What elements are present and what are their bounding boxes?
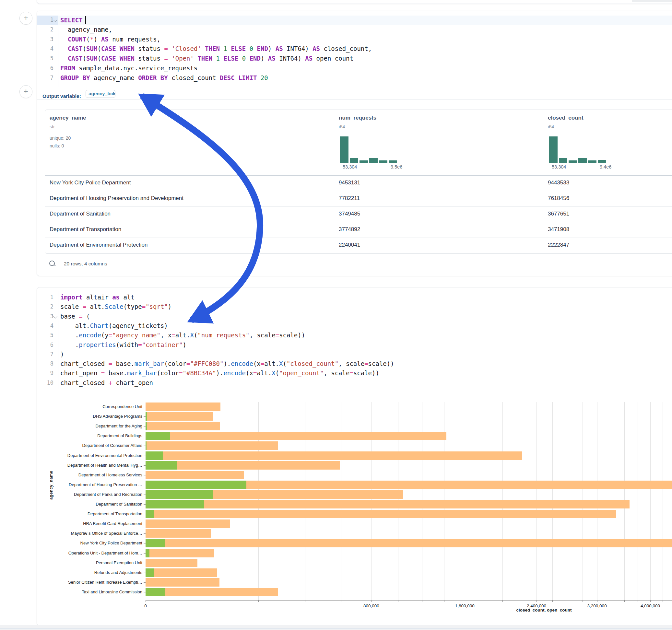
column-header-num_requests[interactable]: num_requests xyxy=(339,115,376,121)
column-type: i64 xyxy=(548,124,554,129)
page-footer-line xyxy=(0,628,672,629)
output-variable-pill[interactable]: agency_tickets xyxy=(86,90,115,98)
x-tick-label: 0 xyxy=(144,603,147,608)
line-number: 5 xyxy=(37,55,58,62)
code-line[interactable]: 1SELECT xyxy=(37,16,672,25)
y-axis-label: Department of Environmental Protection xyxy=(37,453,142,458)
add-cell-button-middle[interactable]: + xyxy=(20,85,32,98)
add-cell-button-top[interactable]: + xyxy=(20,12,32,25)
column-type: str xyxy=(50,124,55,129)
closed-count-bar xyxy=(146,452,522,460)
closed-count-bar xyxy=(146,412,213,421)
column-header-agency_name[interactable]: agency_name xyxy=(50,115,86,121)
gridline xyxy=(663,402,663,600)
code-line[interactable]: 6FROM sample_data.nyc.service_requests xyxy=(37,64,672,74)
y-axis-label: Department of Health and Mental Hyg… xyxy=(37,463,142,468)
open-count-bar xyxy=(146,412,147,421)
open-count-bar xyxy=(146,481,246,489)
result-table: agency_namestrunique: 20nulls: 0num_requ… xyxy=(45,110,672,254)
closed-count-bar xyxy=(146,559,197,567)
table-row[interactable]: Department of Transportation377489234719… xyxy=(45,222,672,238)
y-axis-label: Department of Consumer Affairs xyxy=(37,443,142,448)
row-separator xyxy=(45,238,672,238)
column-meta: nulls: 0 xyxy=(50,143,64,148)
table-row[interactable]: Department of Sanitation37494853677651 xyxy=(45,207,672,222)
open-count-bar xyxy=(146,452,163,460)
y-axis-label: Department of Buildings xyxy=(37,433,142,438)
code-line[interactable]: 3 COUNT(*) AS num_requests, xyxy=(37,35,672,45)
y-axis-label: Personal Exemption Unit xyxy=(37,560,142,565)
y-axis-label: Correspondence Unit xyxy=(37,404,142,409)
y-axis-label: New York City Police Department xyxy=(37,540,142,546)
y-axis-label: Taxi and Limousine Commission xyxy=(37,589,142,595)
closed-count-bar xyxy=(146,403,220,411)
open-count-bar xyxy=(146,510,154,518)
output-variable-label: Output variable: xyxy=(43,93,81,99)
bar-chart: agency_name closed_count, open_count 080… xyxy=(37,287,672,625)
closed-count-bar xyxy=(146,471,244,479)
y-axis-label: Senior Citizen Rent Increase Exempti… xyxy=(37,580,142,585)
y-axis-label: Refunds and Adjustments xyxy=(37,570,142,575)
line-number: 7 xyxy=(37,75,58,81)
table-cell: 2222847 xyxy=(548,242,569,248)
y-axis-label: Operations Unit - Department of Hom… xyxy=(37,551,142,555)
table-row[interactable]: Department of Housing Preservation and D… xyxy=(45,191,672,207)
code-text: CAST(SUM(CASE WHEN status = 'Closed' THE… xyxy=(60,45,372,52)
y-axis-label: HRA Benefit Card Replacement xyxy=(37,521,142,526)
python-cell: 1import altair as alt2scale = alt.Scale(… xyxy=(37,287,672,626)
table-cell: Department of Environmental Protection xyxy=(50,242,147,248)
x-tick-label: 800,000 xyxy=(363,603,379,608)
code-text: GROUP BY agency_name ORDER BY closed_cou… xyxy=(60,74,268,81)
y-axis-label: Department of Homeless Services xyxy=(37,472,142,477)
closed-count-bar xyxy=(146,432,447,440)
gutter-divider xyxy=(58,14,58,87)
line-number: 4 xyxy=(37,45,58,52)
search-icon[interactable] xyxy=(49,261,55,266)
code-line[interactable]: 5 CAST(SUM(CASE WHEN status = 'Open' THE… xyxy=(37,54,672,64)
open-count-bar xyxy=(146,461,177,469)
histogram-min-label: 53,304 xyxy=(343,164,357,169)
histogram-min-label: 53,304 xyxy=(552,164,566,169)
column-header-closed_count[interactable]: closed_count xyxy=(548,115,583,121)
table-row[interactable]: Department of Environmental Protection22… xyxy=(45,238,672,253)
code-text: CAST(SUM(CASE WHEN status = 'Open' THEN … xyxy=(60,55,353,62)
x-axis-line xyxy=(146,600,672,601)
table-cell: 3677651 xyxy=(548,211,569,217)
y-axis-label: DHS Advantage Programs xyxy=(37,414,142,419)
line-number: 6 xyxy=(37,65,58,71)
open-count-bar xyxy=(146,549,149,557)
code-line[interactable]: 7GROUP BY agency_name ORDER BY closed_co… xyxy=(37,74,672,83)
open-count-bar xyxy=(146,588,165,596)
x-tick-label: 4,000,000 xyxy=(641,603,660,608)
code-text: SELECT xyxy=(60,16,86,24)
table-cell: 2240041 xyxy=(339,242,360,248)
x-tick-label: 1,600,000 xyxy=(455,603,475,608)
code-text: COUNT(*) AS num_requests, xyxy=(60,35,161,43)
table-cell: 7782211 xyxy=(339,195,360,201)
row-separator xyxy=(45,191,672,191)
code-line[interactable]: 2 agency_name, xyxy=(37,25,672,35)
x-tick-label: 2,400,000 xyxy=(527,603,546,608)
table-row[interactable]: New York City Police Department945313194… xyxy=(45,175,672,191)
sql-cell: 1SELECT2 agency_name,3 COUNT(*) AS num_r… xyxy=(37,11,672,276)
y-axis-label: Department of Sanitation xyxy=(37,502,142,507)
open-count-bar xyxy=(146,441,146,450)
closed-count-bar xyxy=(146,568,217,577)
open-count-bar xyxy=(146,500,204,508)
y-axis-label: Department of Parks and Recreation xyxy=(37,492,142,497)
code-line[interactable]: 4 CAST(SUM(CASE WHEN status = 'Closed' T… xyxy=(37,44,672,54)
sql-code-editor[interactable]: 1SELECT2 agency_name,3 COUNT(*) AS num_r… xyxy=(37,16,672,87)
code-text: agency_name, xyxy=(60,26,112,33)
y-axis-label: Department of Transportation xyxy=(37,511,142,516)
closed-count-bar xyxy=(146,422,220,430)
table-cell: 7618456 xyxy=(548,195,569,201)
table-summary: 20 rows, 4 columns xyxy=(64,261,107,267)
row-separator xyxy=(45,207,672,207)
y-axis-label: Mayorâ€ s Office of Special Enforce… xyxy=(37,531,142,536)
gridline xyxy=(638,402,638,600)
text-cursor xyxy=(85,16,86,24)
closed-count-bar xyxy=(146,500,629,508)
table-cell: 9443533 xyxy=(548,179,569,186)
row-separator xyxy=(45,222,672,222)
closed-count-bar xyxy=(146,519,230,528)
